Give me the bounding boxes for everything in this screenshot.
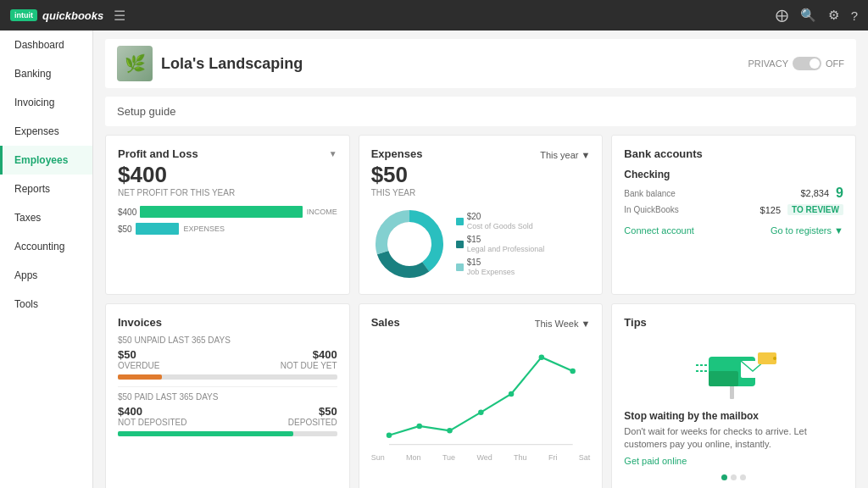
legend-label-2: $15Legal and Professional — [467, 235, 545, 253]
chart-label-thu: Thu — [514, 453, 527, 462]
tips-illustration — [624, 336, 843, 403]
sidebar-item-dashboard[interactable]: Dashboard — [0, 30, 92, 59]
legend-label-3: $15Job Expenses — [467, 258, 515, 276]
donut-legend: $20Cost of Goods Sold $15Legal and Profe… — [456, 212, 545, 276]
deposited-label: DEPOSITED — [288, 418, 337, 427]
nav-right: ⨁ 🔍 ⚙ ? — [776, 8, 858, 23]
deposit-progress-fill — [118, 431, 293, 436]
sidebar-item-employees[interactable]: Employees — [0, 146, 92, 175]
toggle-state: OFF — [826, 58, 844, 69]
donut-chart — [371, 206, 448, 282]
invoice-overdue-row: $50 OVERDUE $400 NOT DUE YET — [118, 348, 337, 370]
legend-item-1: $20Cost of Goods Sold — [456, 212, 545, 230]
sidebar-item-banking[interactable]: Banking — [0, 59, 92, 88]
company-left: 🌿 Lola's Landscaping — [117, 46, 303, 81]
setup-guide-label: Setup guide — [117, 105, 175, 118]
chart-point-3 — [478, 409, 484, 415]
profit-loss-dropdown[interactable]: ▼ — [329, 149, 337, 158]
deposited-amount: $50 — [288, 405, 337, 418]
sidebar-item-taxes[interactable]: Taxes — [0, 203, 92, 232]
main-content: 🌿 Lola's Landscaping PRIVACY OFF Setup g… — [93, 30, 868, 488]
chart-point-0 — [386, 433, 392, 439]
company-name: Lola's Landscaping — [161, 55, 303, 73]
chart-label-tue: Tue — [442, 453, 455, 462]
chart-point-1 — [416, 424, 422, 430]
quickbooks-label: In QuickBooks — [624, 205, 678, 214]
overdue-amount: $50 — [118, 348, 159, 361]
tips-dot-1[interactable] — [721, 474, 727, 480]
privacy-toggle[interactable]: PRIVACY OFF — [748, 57, 844, 70]
connect-account-link[interactable]: Connect account — [624, 225, 694, 236]
tips-link[interactable]: Get paid online — [624, 456, 843, 466]
income-bar-row: $400 INCOME — [118, 206, 337, 218]
bank-accounts-card: Bank accounts Checking Bank balance $2,8… — [611, 135, 856, 295]
svg-rect-7 — [709, 371, 738, 386]
expenses-amount: $50 — [371, 162, 591, 188]
invoice-deposit-row: $400 NOT DEPOSITED $50 DEPOSITED — [118, 405, 337, 427]
tips-dot-2[interactable] — [731, 474, 737, 480]
profit-loss-title-text: Profit and Loss — [118, 147, 198, 160]
settings-icon[interactable]: ⚙ — [828, 8, 839, 23]
profit-loss-amount: $400 — [118, 162, 337, 188]
not-deposited-amount: $400 — [118, 405, 187, 418]
expense-label: EXPENSES — [183, 225, 225, 233]
expenses-period[interactable]: This year ▼ — [540, 150, 590, 160]
chart-label-sun: Sun — [371, 453, 385, 462]
bank-balance-row: Bank balance $2,834 9 — [624, 186, 843, 201]
company-logo: 🌿 — [117, 46, 153, 81]
toggle-switch[interactable] — [793, 57, 821, 70]
hamburger-menu[interactable]: ☰ — [114, 8, 125, 24]
tips-dots — [624, 474, 843, 480]
profit-loss-card: Profit and Loss ▼ $400 NET PROFIT FOR TH… — [105, 135, 350, 295]
quickbooks-row: In QuickBooks $125 TO REVIEW — [624, 204, 843, 215]
add-icon[interactable]: ⨁ — [776, 8, 788, 23]
sidebar-item-tools[interactable]: Tools — [0, 290, 92, 319]
profit-loss-subtitle: NET PROFIT FOR THIS YEAR — [118, 188, 337, 197]
search-icon[interactable]: 🔍 — [800, 8, 816, 23]
invoices-card: Invoices $50 UNPAID LAST 365 DAYS $50 OV… — [105, 303, 350, 488]
sidebar-item-expenses[interactable]: Expenses — [0, 117, 92, 146]
bank-balance-value: $2,834 — [800, 188, 829, 198]
expense-value: $50 — [118, 225, 132, 234]
svg-point-12 — [773, 357, 776, 360]
tips-card: Tips — [611, 303, 856, 488]
main-layout: Dashboard Banking Invoicing Expenses Emp… — [0, 30, 868, 488]
overdue-label: OVERDUE — [118, 361, 159, 370]
tips-title: Tips — [624, 316, 843, 329]
deposit-progress-bg — [118, 431, 337, 436]
go-to-registers-link[interactable]: Go to registers ▼ — [771, 225, 843, 236]
intuit-badge: intuit — [10, 9, 37, 22]
bank-accounts-title: Bank accounts — [624, 147, 843, 160]
sidebar-item-invoicing[interactable]: Invoicing — [0, 88, 92, 117]
income-bar — [140, 206, 302, 218]
sidebar-item-reports[interactable]: Reports — [0, 175, 92, 203]
not-due-amount: $400 — [281, 348, 337, 361]
not-deposited-label: NOT DEPOSITED — [118, 418, 187, 427]
line-chart-area: Sun Mon Tue Wed Thu Fri Sat — [371, 339, 591, 462]
expense-bar — [136, 223, 180, 235]
sales-header: Sales This Week ▼ — [371, 316, 591, 330]
expenses-subtitle: THIS YEAR — [371, 188, 591, 197]
to-review-badge[interactable]: TO REVIEW — [787, 204, 843, 215]
expenses-period-text: This year — [540, 150, 578, 160]
quickbooks-value: $125 — [760, 205, 781, 215]
bank-actions: Connect account Go to registers ▼ — [624, 225, 843, 236]
chart-label-fri: Fri — [548, 453, 558, 462]
company-logo-inner: 🌿 — [117, 46, 153, 81]
overdue-progress-bg — [118, 374, 337, 380]
paid-label: $50 PAID LAST 365 DAYS — [118, 392, 337, 402]
sidebar-item-apps[interactable]: Apps — [0, 261, 92, 290]
registers-label: Go to registers — [771, 225, 832, 236]
legend-item-3: $15Job Expenses — [456, 258, 545, 276]
sidebar-item-accounting[interactable]: Accounting — [0, 232, 92, 261]
qb-logo-text: quickbooks — [42, 9, 103, 22]
help-icon[interactable]: ? — [851, 8, 858, 23]
profit-loss-title: Profit and Loss ▼ — [118, 147, 337, 160]
tips-dot-3[interactable] — [740, 474, 746, 480]
expense-bar-row: $50 EXPENSES — [118, 223, 337, 235]
bank-account-name: Checking — [624, 169, 843, 180]
tips-heading: Stop waiting by the mailbox — [624, 410, 843, 422]
setup-guide[interactable]: Setup guide — [105, 97, 856, 126]
expenses-title: Expenses — [371, 147, 423, 160]
sales-period[interactable]: This Week ▼ — [535, 319, 591, 329]
